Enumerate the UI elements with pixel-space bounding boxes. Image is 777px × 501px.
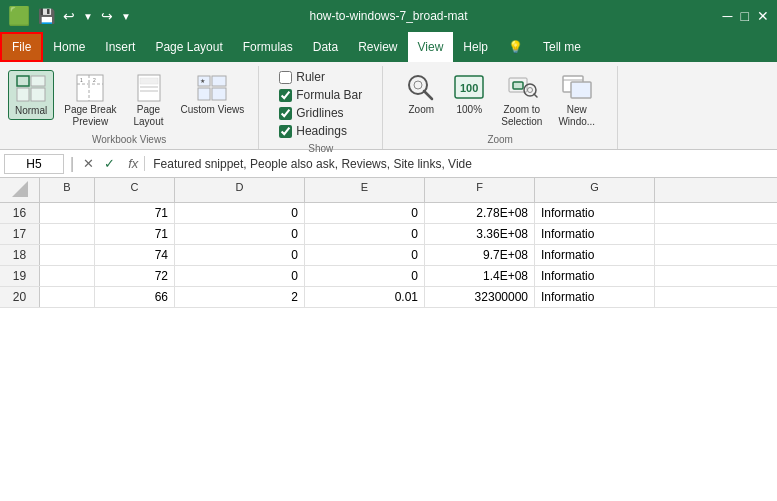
show-label: Show [308,143,333,154]
custom-views-button[interactable]: ★ Custom Views [175,70,251,118]
new-window-label: New Windo... [558,104,595,128]
new-window-button[interactable]: New Windo... [552,70,601,130]
menu-item-review[interactable]: Review [348,32,407,62]
zoom-100-icon: 100 [453,72,485,104]
page-break-button[interactable]: 1 2 Page Break Preview [58,70,122,130]
undo-dropdown-icon[interactable]: ▼ [83,11,93,22]
col-header-g[interactable]: G [535,178,655,202]
close-icon[interactable]: ✕ [757,8,769,24]
menu-item-lightbulb[interactable]: 💡 [498,32,533,62]
menu-item-view[interactable]: View [408,32,454,62]
formula-bar-checkbox[interactable] [279,89,292,102]
col-header-c[interactable]: C [95,178,175,202]
quick-access-toolbar: 🟩 💾 ↩ ▼ ↪ ▼ [8,5,131,27]
formula-input[interactable] [149,155,773,173]
formula-bar-checkbox-row[interactable]: Formula Bar [279,88,362,102]
column-headers: B C D E F G [0,178,777,203]
menu-bar: File Home Insert Page Layout Formulas Da… [0,32,777,62]
cell-c19[interactable]: 72 [95,266,175,286]
cell-b16[interactable] [40,203,95,223]
cell-c20[interactable]: 66 [95,287,175,307]
custom-views-label: Custom Views [181,104,245,116]
cell-b17[interactable] [40,224,95,244]
save-icon[interactable]: 💾 [38,8,55,24]
cell-e16[interactable]: 0 [305,203,425,223]
menu-item-file[interactable]: File [0,32,43,62]
cell-d17[interactable]: 0 [175,224,305,244]
cell-g17[interactable]: Informatio [535,224,655,244]
cell-d18[interactable]: 0 [175,245,305,265]
cell-c17[interactable]: 71 [95,224,175,244]
svg-rect-11 [140,86,158,88]
row-number: 19 [0,266,40,286]
cell-c16[interactable]: 71 [95,203,175,223]
cell-g19[interactable]: Informatio [535,266,655,286]
menu-item-data[interactable]: Data [303,32,348,62]
minimize-icon[interactable]: ─ [723,8,733,24]
more-quick-access-icon[interactable]: ▼ [121,11,131,22]
svg-line-27 [534,94,537,97]
formula-bar-divider: | [70,155,74,173]
cell-d19[interactable]: 0 [175,266,305,286]
cell-c18[interactable]: 74 [95,245,175,265]
menu-item-insert[interactable]: Insert [95,32,145,62]
formula-bar: | ✕ ✓ fx [0,150,777,178]
cell-b18[interactable] [40,245,95,265]
ribbon: Normal 1 2 Page Break Preview [0,62,777,150]
maximize-icon[interactable]: □ [741,8,749,24]
cell-f17[interactable]: 3.36E+08 [425,224,535,244]
zoom-selection-icon [506,72,538,104]
redo-icon[interactable]: ↪ [101,8,113,24]
zoom-selection-button[interactable]: Zoom to Selection [495,70,548,130]
cell-e19[interactable]: 0 [305,266,425,286]
cell-reference-input[interactable] [4,154,64,174]
zoom-100-button[interactable]: 100 100% [447,70,491,118]
table-row: 18 74 0 0 9.7E+08 Informatio [0,245,777,266]
headings-checkbox[interactable] [279,125,292,138]
headings-checkbox-row[interactable]: Headings [279,124,362,138]
cell-d20[interactable]: 2 [175,287,305,307]
menu-item-page-layout[interactable]: Page Layout [145,32,232,62]
cell-f19[interactable]: 1.4E+08 [425,266,535,286]
svg-rect-1 [31,76,45,86]
gridlines-checkbox[interactable] [279,107,292,120]
svg-rect-29 [571,82,591,98]
menu-item-tell-me[interactable]: Tell me [533,32,591,62]
show-checkboxes: Ruler Formula Bar Gridlines Headings Sho… [267,66,374,158]
spreadsheet-rows: 16 71 0 0 2.78E+08 Informatio 17 71 0 0 … [0,203,777,308]
ruler-checkbox[interactable] [279,71,292,84]
cell-f20[interactable]: 32300000 [425,287,535,307]
zoom-button[interactable]: Zoom [399,70,443,118]
svg-rect-3 [31,88,45,101]
confirm-icon[interactable]: ✓ [101,156,118,171]
cell-g20[interactable]: Informatio [535,287,655,307]
fx-icon[interactable]: fx [122,156,145,171]
menu-item-home[interactable]: Home [43,32,95,62]
cell-b20[interactable] [40,287,95,307]
menu-item-help[interactable]: Help [453,32,498,62]
cancel-icon[interactable]: ✕ [80,156,97,171]
gridlines-label: Gridlines [296,106,343,120]
cell-g18[interactable]: Informatio [535,245,655,265]
cell-d16[interactable]: 0 [175,203,305,223]
cell-e17[interactable]: 0 [305,224,425,244]
cell-g16[interactable]: Informatio [535,203,655,223]
col-header-d[interactable]: D [175,178,305,202]
cell-e18[interactable]: 0 [305,245,425,265]
table-row: 19 72 0 0 1.4E+08 Informatio [0,266,777,287]
cell-b19[interactable] [40,266,95,286]
undo-icon[interactable]: ↩ [63,8,75,24]
col-header-b[interactable]: B [40,178,95,202]
gridlines-checkbox-row[interactable]: Gridlines [279,106,362,120]
cell-f18[interactable]: 9.7E+08 [425,245,535,265]
menu-item-formulas[interactable]: Formulas [233,32,303,62]
cell-e20[interactable]: 0.01 [305,287,425,307]
page-layout-button[interactable]: Page Layout [127,70,171,130]
ruler-checkbox-row[interactable]: Ruler [279,70,362,84]
row-number: 17 [0,224,40,244]
custom-views-icon: ★ [196,72,228,104]
cell-f16[interactable]: 2.78E+08 [425,203,535,223]
normal-view-button[interactable]: Normal [8,70,54,120]
col-header-e[interactable]: E [305,178,425,202]
col-header-f[interactable]: F [425,178,535,202]
